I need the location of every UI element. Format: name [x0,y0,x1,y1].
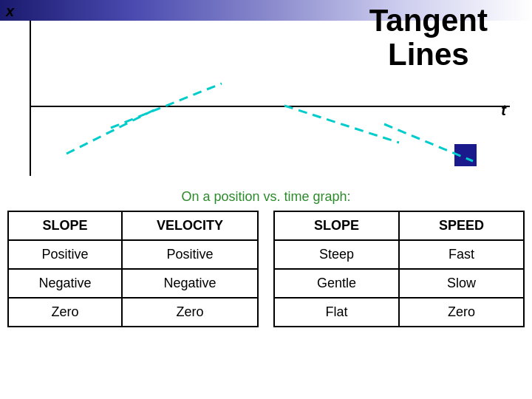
right-table-row1-col1: Steep [274,240,399,269]
left-table-row2-col2: Negative [122,269,258,298]
x-axis-label: x [6,3,14,20]
svg-line-2 [284,106,399,143]
left-table-header-velocity: VELOCITY [122,211,258,240]
right-table-header-slope: SLOPE [274,211,399,240]
left-table-header-slope: SLOPE [8,211,122,240]
right-table-row3-col1: Flat [274,298,399,327]
right-table-row1-col2: Fast [399,240,524,269]
left-table-row3-col1: Zero [8,298,122,327]
slope-speed-table: SLOPE SPEED Steep Fast Gentle Slow Flat … [273,211,525,327]
graph-area: t [22,21,510,191]
svg-line-0 [111,83,222,128]
tables-container: SLOPE VELOCITY Positive Positive Negativ… [7,211,525,327]
right-table-header-speed: SPEED [399,211,524,240]
left-table-row1-col2: Positive [122,240,258,269]
slope-velocity-table: SLOPE VELOCITY Positive Positive Negativ… [7,211,259,327]
right-table-row2-col1: Gentle [274,269,399,298]
left-table-row3-col2: Zero [122,298,258,327]
subtitle-text: On a position vs. time graph: [0,189,532,205]
left-table-row2-col1: Negative [8,269,122,298]
tangent-lines-svg [22,21,510,191]
right-table-row3-col2: Zero [399,298,524,327]
right-table-row2-col2: Slow [399,269,524,298]
left-table-row1-col1: Positive [8,240,122,269]
